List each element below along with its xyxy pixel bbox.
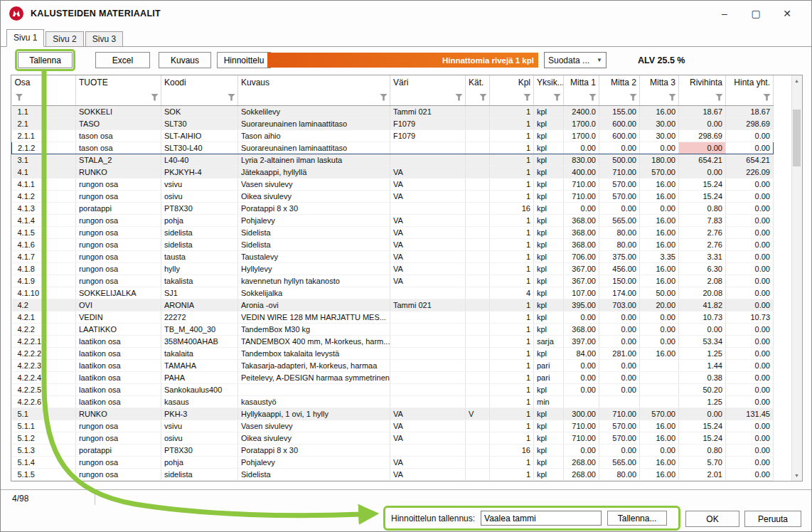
cell-mitta3[interactable]: 16.00 — [640, 226, 679, 238]
cell-koodi[interactable]: vsivu — [161, 178, 238, 190]
scroll-down-icon[interactable]: ▼ — [792, 470, 801, 481]
minimize-icon[interactable]: – — [709, 2, 740, 25]
cell-mitta1[interactable]: 0.00 — [564, 383, 599, 395]
cell-kuvaus[interactable]: Peitelevy, A-DESIGN harmaa symmetrinen — [238, 371, 390, 383]
table-row[interactable]: 1.1SOKKELISOKSokkelilevyTammi 0211kpl240… — [12, 105, 774, 117]
cell-mitta2[interactable]: 0.00 — [599, 311, 640, 323]
cell-yksik[interactable]: kpl — [534, 299, 564, 311]
cell-rivihinta[interactable]: 0.80 — [679, 444, 726, 456]
table-row[interactable]: 4.1.5rungon osasidelistaSidelistaVA1kpl3… — [12, 226, 774, 238]
cell-osa[interactable]: 4.1.2 — [12, 190, 76, 202]
cell-tuote[interactable]: rungon osa — [76, 238, 161, 250]
cell-mitta2[interactable]: 565.00 — [599, 456, 640, 468]
table-row[interactable]: 4.1.6rungon osasidelistaSidelistaVA1kpl3… — [12, 238, 774, 250]
cell-hinta[interactable]: 0.00 — [726, 444, 774, 456]
cell-osa[interactable]: 4.1.3 — [12, 202, 76, 214]
cell-kpl[interactable]: 1 — [490, 299, 534, 311]
cell-rivihinta[interactable]: 6.30 — [679, 262, 726, 275]
cell-mitta2[interactable]: 0.00 — [599, 359, 640, 371]
cell-mitta2[interactable]: 281.00 — [599, 347, 640, 359]
cell-osa[interactable]: 5.1.2 — [12, 432, 76, 444]
cell-koodi[interactable]: sidelista — [161, 468, 238, 480]
column-header-vari[interactable]: Väri — [390, 75, 466, 105]
cell-mitta3[interactable]: 30.00 — [640, 117, 679, 129]
cell-kat[interactable] — [466, 202, 490, 214]
table-row[interactable]: 4.1.4rungon osapohjaPohjalevyVA1kpl368.0… — [12, 214, 774, 226]
cell-yksik[interactable]: kpl — [534, 178, 564, 190]
cell-tuote[interactable]: laatikon osa — [76, 347, 161, 359]
cell-kpl[interactable]: 16 — [490, 202, 534, 214]
cell-hinta[interactable]: 131.45 — [726, 408, 774, 420]
cell-yksik[interactable]: kpl — [534, 154, 564, 166]
cell-tuote[interactable]: rungon osa — [76, 432, 161, 444]
cell-koodi[interactable]: kasaus — [161, 395, 238, 408]
filter-funnel-icon[interactable] — [763, 94, 771, 101]
cell-rivihinta[interactable]: 1.44 — [679, 359, 726, 371]
cell-vari[interactable] — [390, 359, 466, 371]
cell-koodi[interactable]: tausta — [161, 250, 238, 262]
table-row[interactable]: 4.2OVIARONIAAronia -oviTammi 0211kpl395.… — [12, 299, 774, 311]
cell-rivihinta[interactable]: 0.00 — [679, 117, 726, 129]
cell-rivihinta[interactable]: 3.31 — [679, 250, 726, 262]
cell-kuvaus[interactable]: Tandembox takalaita levystä — [238, 347, 390, 359]
cell-yksik[interactable]: kpl — [534, 444, 564, 456]
cell-mitta3[interactable]: 570.00 — [640, 166, 679, 178]
cell-kuvaus[interactable]: TandemBox M30 kg — [238, 323, 390, 335]
cell-mitta1[interactable]: 0.00 — [564, 142, 599, 154]
cell-hinta[interactable]: 0.00 — [726, 347, 774, 359]
cell-osa[interactable]: 4.1.9 — [12, 275, 76, 287]
tallenna-button[interactable]: Tallenna — [18, 52, 73, 68]
cell-vari[interactable] — [390, 287, 466, 299]
cell-osa[interactable]: 4.1.1 — [12, 178, 76, 190]
column-header-mitta2[interactable]: Mitta 2 — [599, 75, 640, 105]
cell-yksik[interactable]: kpl — [534, 420, 564, 432]
cell-kuvaus[interactable]: kasaustyö — [238, 395, 390, 408]
cell-osa[interactable]: 4.2.2.1 — [12, 335, 76, 347]
cell-tuote[interactable]: rungon osa — [76, 275, 161, 287]
cell-kat[interactable] — [466, 432, 490, 444]
table-row[interactable]: 4.2.2.4laatikon osaPAHAPeitelevy, A-DESI… — [12, 371, 774, 383]
cell-koodi[interactable]: SLT-AIHIO — [161, 129, 238, 142]
cell-kat[interactable] — [466, 287, 490, 299]
cell-kat[interactable] — [466, 275, 490, 287]
cell-osa[interactable]: 5.1.3 — [12, 444, 76, 456]
cell-hinta[interactable]: 0.00 — [726, 226, 774, 238]
cell-mitta3[interactable]: 16.00 — [640, 468, 679, 480]
cell-tuote[interactable]: laatikon osa — [76, 359, 161, 371]
ok-button[interactable]: OK — [685, 511, 739, 527]
cell-kuvaus[interactable] — [238, 383, 390, 395]
cell-vari[interactable] — [390, 311, 466, 323]
cell-kuvaus[interactable]: Aronia -ovi — [238, 299, 390, 311]
cell-hinta[interactable]: 0.00 — [726, 371, 774, 383]
cell-tuote[interactable]: laatikon osa — [76, 383, 161, 395]
cell-rivihinta[interactable]: 654.21 — [679, 154, 726, 166]
table-row[interactable]: 4.2.2.5laatikon osaSankokaulus4001kpl0.0… — [12, 383, 774, 395]
cell-rivihinta[interactable]: 2.01 — [679, 468, 726, 480]
cell-koodi[interactable]: TAMAHA — [161, 359, 238, 371]
cell-kpl[interactable]: 1 — [490, 468, 534, 480]
cell-kpl[interactable]: 1 — [490, 166, 534, 178]
cell-koodi[interactable]: SLT30 — [161, 117, 238, 129]
cell-osa[interactable]: 4.1.10 — [12, 287, 76, 299]
cell-kat[interactable] — [466, 395, 490, 408]
cell-kat[interactable] — [466, 142, 490, 154]
table-row[interactable]: 4.1.9rungon osatakalistakavennetun hylly… — [12, 275, 774, 287]
cell-yksik[interactable]: kpl — [534, 311, 564, 323]
cell-hinta[interactable]: 10.73 — [726, 311, 774, 323]
cell-kpl[interactable]: 1 — [490, 226, 534, 238]
cell-mitta2[interactable]: 570.00 — [599, 420, 640, 432]
table-row[interactable]: 4.1.8rungon osahyllyHyllylevyVA1kpl367.0… — [12, 262, 774, 275]
cell-mitta3[interactable]: 20.00 — [640, 299, 679, 311]
cell-mitta1[interactable]: 1700.0 — [564, 129, 599, 142]
cell-kat[interactable] — [466, 154, 490, 166]
cell-mitta2[interactable]: 0.00 — [599, 202, 640, 214]
column-header-kpl[interactable]: Kpl — [490, 75, 534, 105]
cell-kat[interactable] — [466, 456, 490, 468]
cell-mitta2[interactable]: 0.00 — [599, 142, 640, 154]
cell-vari[interactable] — [390, 335, 466, 347]
cell-hinta[interactable]: 0.00 — [726, 335, 774, 347]
cell-kat[interactable] — [466, 105, 490, 117]
cell-kat[interactable] — [466, 347, 490, 359]
cell-kat[interactable]: V — [466, 408, 490, 420]
cell-kat[interactable] — [466, 129, 490, 142]
